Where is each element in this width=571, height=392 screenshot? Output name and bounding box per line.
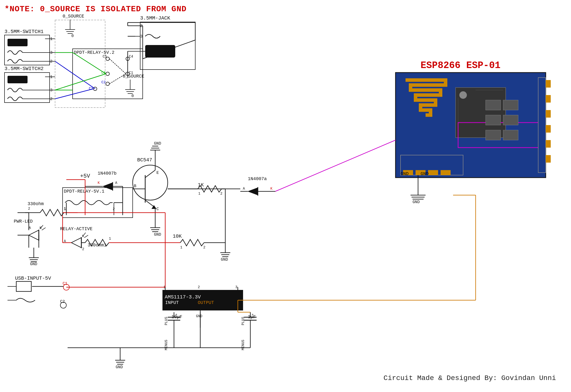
relay1-label: DPDT-RELAY-5V.1 [64,189,104,194]
esp-gnd2-label: GND [421,171,429,176]
source-top-zero: 0 [71,34,74,38]
circuit-svg: CH- VCC GND GND 3.5MM-SWITCH1 1 3 2 3.5M… [0,0,571,392]
pwr-led-label: PWR-LED [14,219,33,224]
resistor1k-pin2: 2 [220,192,222,196]
esp-gnd-label: GND [413,200,420,204]
switch1-plug [8,39,28,46]
resistor10k-body [180,239,204,246]
green-wire-3 [73,53,106,74]
transistor-label: BC547 [137,157,152,163]
cap1uf-plus: PLUS [241,317,245,325]
relay2-c1-label: C1 [129,71,133,75]
source-top-label: 0_SOURCE [63,14,84,19]
relay-active-triangle [71,238,81,248]
usb-c1-label: C1 [63,281,67,286]
relay2-arm2 [109,74,126,84]
jack-wave [145,35,160,38]
esp-rpin-2 [546,95,551,103]
pwr-led-a: A [29,226,31,230]
relay2-c2 [106,82,109,86]
source-mid-zero: 0 [131,94,134,98]
svg-line-27 [145,170,155,178]
switch2-plug [8,76,28,83]
cap1uf-minus: MINUS [241,340,245,350]
esp-rpin-6 [546,155,551,163]
resistor330-1-pin2: 2 [82,247,84,251]
sw1-wave2 [8,60,23,63]
resistor330-1-pin1: 1 [109,237,111,241]
ams1117-output: OUTPUT [198,300,214,305]
esp-ch-label: CH- [406,186,416,192]
diode2-k-label: K [270,187,273,191]
pwr-led-gnd: GND [30,262,37,266]
usb-body [16,281,31,291]
relay1-coil [65,201,113,205]
esp-pin-4 [441,170,451,175]
svg-line-61 [84,235,88,238]
transistor-e-label: E [156,171,159,175]
diode2-label: 1N4007a [248,176,267,181]
diode1-label: 1N4007b [98,171,117,176]
resistor1k-pin1: 1 [198,192,200,196]
usb-connector [16,298,35,302]
relay2-c4-label: C4 [129,55,133,59]
sw2-wave1 [8,88,23,92]
resistor10k-pin1: 1 [180,245,182,249]
relay-active-label: RELAY-ACTIVE [60,226,93,231]
esp-comp1 [486,100,501,110]
esp-rpin-5 [546,140,551,148]
resistor10k-pin2: 2 [203,245,205,249]
transistor-b-label: B [134,184,136,188]
resistor330-body [40,209,64,216]
esp-chip-marker [459,91,467,99]
esp-comp5 [486,130,501,140]
esp-pin-3 [428,170,438,175]
resistor10k-gnd: GND [221,257,228,262]
ams1117-input: INPUT [165,300,179,305]
resistor330-pin1: 1 [64,207,66,211]
esp-rpin-3 [546,110,551,118]
relay2-c6 [106,72,109,76]
diode2-a-label: A [243,187,245,191]
diode1-k: K [98,181,100,185]
esp-comp4 [503,115,518,125]
transistor-c-label: C [156,207,159,211]
diode2-triangle [248,188,258,195]
switch2-label: 3.5MM-SWITCH2 [5,66,44,72]
plus5v-label: +5V [80,173,90,179]
cap10uf-plus-sign: + [175,313,177,317]
jack-plug [145,45,175,58]
relay-active-k: K [82,234,84,238]
transistor-gnd-top-label: GND [154,141,161,146]
resistor330-label: 330ohm [28,201,44,206]
ams1117-label: AMS1117-3.3V [165,294,201,300]
relay2-c2-label: C2 [101,80,106,84]
sw1-wave1 [8,51,23,55]
svg-line-48 [42,228,46,230]
transistor-gnd-label: GND [154,232,161,237]
ams1117-pin2: 2 [198,285,200,289]
relay2-arm1 [109,59,126,74]
diode1-a: A [115,181,117,185]
circuit-diagram: *NOTE: 0_SOURCE IS ISOLATED FROM GND ESP… [0,0,571,392]
esp-right-pins [538,78,546,173]
ams1117-pin3: 3 [235,285,237,289]
green-wire-sw1-relay [55,74,106,90]
esp-comp6 [503,130,518,140]
esp-comp2 [503,100,518,110]
bottom-gnd-label: GND [116,365,123,369]
sw2-wave2 [8,97,23,101]
esp-rpin-1 [546,80,551,88]
blue-wire-1 [55,61,95,89]
transistor-body [133,165,168,200]
switch1-label: 3.5MM-SWITCH1 [5,29,44,35]
jack-label: 3.5MM-JACK [140,15,170,21]
esp-rpin-4 [546,125,551,133]
pwr-led-k: K [40,226,42,230]
relay2-label: DPDT-RELAY-5V.2 [74,50,114,55]
esp-gnd1-label: GND [401,171,409,176]
pwr-led-triangle [29,230,39,240]
relay2-c5-label: C5 [103,55,107,59]
cap10uf-minus: MINUS [164,340,168,350]
usb-label: USB-INPUT-5V [15,275,51,281]
